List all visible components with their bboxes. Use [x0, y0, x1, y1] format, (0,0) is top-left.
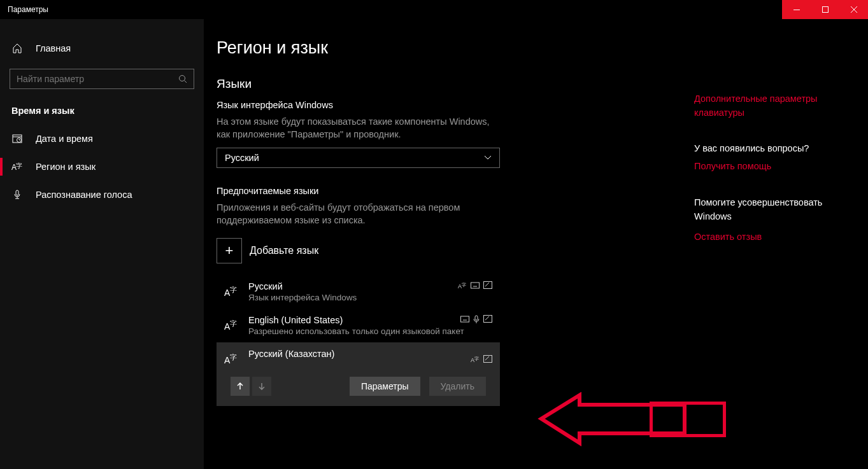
- add-language-label: Добавьте язык: [250, 245, 318, 256]
- sidebar-item-speech[interactable]: Распознавание голоса: [0, 181, 204, 209]
- window-controls: [782, 0, 868, 19]
- main-content: Регион и язык Языки Язык интерфейса Wind…: [217, 38, 688, 469]
- interface-lang-label: Язык интерфейса Windows: [217, 100, 688, 110]
- display-lang-icon: A字: [458, 281, 467, 290]
- calendar-clock-icon: [11, 134, 23, 144]
- voice-icon: [473, 315, 480, 324]
- sidebar-item-label: Распознавание голоса: [36, 190, 132, 200]
- preferred-langs-desc: Приложения и веб-сайты будут отображатьс…: [217, 201, 500, 227]
- feedback-link[interactable]: Оставить отзыв: [694, 230, 868, 244]
- button-label: Удалить: [441, 381, 474, 391]
- sidebar-item-label: Дата и время: [36, 134, 93, 144]
- language-glyph-icon: A字: [224, 284, 239, 299]
- interface-lang-desc: На этом языке будут показываться такие к…: [217, 115, 500, 141]
- svg-text:字: 字: [474, 356, 479, 361]
- mic-icon: [11, 190, 23, 200]
- feedback-heading: Помогите усовершенствовать Windows: [694, 196, 841, 224]
- language-item-russian-kz[interactable]: A字 Русский (Казахстан) A字: [217, 342, 500, 406]
- maximize-button[interactable]: [811, 0, 839, 19]
- minimize-button[interactable]: [782, 0, 811, 19]
- search-icon: [178, 74, 187, 83]
- svg-rect-13: [16, 190, 18, 195]
- svg-rect-32: [484, 316, 492, 323]
- arrow-up-icon: [236, 382, 244, 390]
- keyboard-icon: [471, 281, 480, 290]
- minimize-icon: [793, 10, 800, 10]
- display-lang-icon: A字: [471, 355, 480, 364]
- handwriting-icon: [483, 355, 492, 364]
- svg-rect-28: [461, 316, 469, 322]
- language-options-button[interactable]: Параметры: [350, 377, 420, 396]
- page-title: Регион и язык: [217, 38, 688, 58]
- svg-point-4: [180, 76, 185, 81]
- language-item-english-us[interactable]: A字 English (United States) Разрешено исп…: [217, 309, 500, 342]
- questions-heading: У вас появились вопросы?: [694, 143, 868, 153]
- move-up-button[interactable]: [231, 377, 250, 396]
- move-down-button[interactable]: [252, 377, 271, 396]
- close-button[interactable]: [839, 0, 868, 19]
- svg-text:字: 字: [230, 286, 237, 293]
- arrow-down-icon: [258, 382, 266, 390]
- sidebar-item-region-language[interactable]: A字 Регион и язык: [0, 153, 204, 181]
- language-feature-badges: A字: [458, 281, 492, 290]
- language-feature-badges: A字: [471, 355, 492, 364]
- sidebar-section-title: Время и язык: [0, 106, 204, 116]
- language-icon: A字: [11, 162, 23, 172]
- language-delete-button[interactable]: Удалить: [429, 377, 486, 396]
- add-language-button[interactable]: + Добавьте язык: [217, 238, 688, 263]
- home-icon: [11, 43, 23, 53]
- handwriting-icon: [483, 281, 492, 290]
- titlebar: Параметры: [0, 0, 868, 19]
- search-input[interactable]: [10, 69, 194, 89]
- language-feature-badges: [460, 315, 492, 324]
- button-label: Параметры: [361, 381, 409, 391]
- get-help-link[interactable]: Получить помощь: [694, 160, 868, 174]
- related-links: Дополнительные параметры клавиатуры У ва…: [688, 38, 868, 469]
- keyboard-icon: [460, 315, 469, 324]
- language-item-russian[interactable]: A字 Русский Язык интерфейса Windows A字: [217, 275, 500, 309]
- svg-text:字: 字: [230, 353, 237, 361]
- svg-rect-1: [822, 7, 828, 13]
- language-name: Русский (Казахстан): [248, 349, 492, 359]
- search-field[interactable]: [17, 74, 162, 84]
- sidebar-item-datetime[interactable]: Дата и время: [0, 125, 204, 153]
- handwriting-icon: [483, 315, 492, 324]
- svg-text:字: 字: [462, 283, 466, 287]
- window-title: Параметры: [0, 5, 48, 14]
- language-subtitle: Язык интерфейса Windows: [248, 293, 492, 302]
- language-subtitle: Разрешено использовать только один языко…: [248, 326, 492, 336]
- language-glyph-icon: A字: [224, 318, 239, 333]
- maximize-icon: [822, 6, 829, 13]
- sidebar-home[interactable]: Главная: [0, 36, 204, 61]
- sidebar-home-label: Главная: [36, 43, 71, 53]
- language-glyph-icon: A字: [224, 351, 239, 367]
- svg-text:字: 字: [230, 319, 237, 327]
- svg-rect-20: [471, 283, 480, 288]
- sidebar-item-label: Регион и язык: [36, 162, 96, 172]
- preferred-langs-label: Предпочитаемые языки: [217, 186, 688, 196]
- svg-rect-37: [484, 356, 492, 363]
- close-icon: [851, 6, 857, 13]
- language-name: English (United States): [248, 315, 492, 325]
- language-name: Русский: [248, 281, 492, 291]
- languages-heading: Языки: [217, 77, 688, 91]
- interface-lang-dropdown[interactable]: Русский: [217, 148, 500, 168]
- svg-text:字: 字: [16, 162, 22, 169]
- svg-rect-30: [475, 316, 478, 320]
- chevron-down-icon: [484, 155, 492, 160]
- plus-icon: +: [217, 238, 242, 263]
- sidebar: Главная Время и язык Дата и время A字 Рег…: [0, 19, 204, 469]
- dropdown-value: Русский: [225, 153, 259, 163]
- svg-rect-25: [484, 282, 492, 289]
- language-actions: Параметры Удалить: [224, 367, 492, 406]
- keyboard-advanced-link[interactable]: Дополнительные параметры клавиатуры: [694, 92, 847, 120]
- svg-line-5: [185, 81, 187, 83]
